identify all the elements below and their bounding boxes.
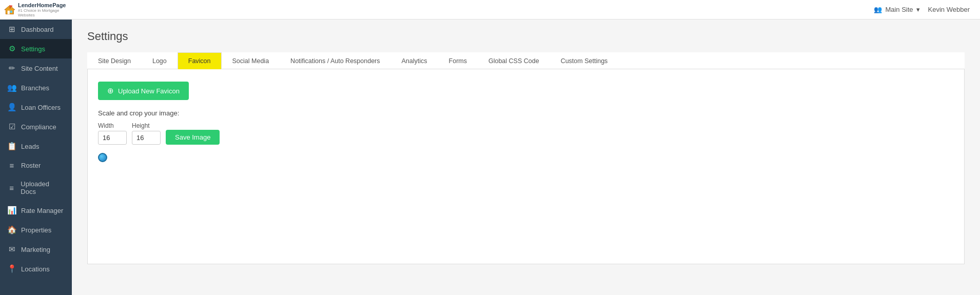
svg-rect-4 xyxy=(10,6,12,7)
sidebar: LenderHomePage #1 Choice in Mortgage Web… xyxy=(0,0,72,295)
sidebar-item-branches[interactable]: 👥 Branches xyxy=(0,78,72,97)
site-selector-label: Main Site xyxy=(885,6,913,13)
sidebar-label-marketing: Marketing xyxy=(21,246,50,253)
sidebar-item-properties[interactable]: 🏠 Properties xyxy=(0,220,72,240)
tab-logo[interactable]: Logo xyxy=(142,52,178,69)
logo-area: LenderHomePage #1 Choice in Mortgage Web… xyxy=(0,0,72,19)
locations-icon: 📍 xyxy=(7,264,16,273)
width-group: Width xyxy=(98,122,127,145)
properties-icon: 🏠 xyxy=(7,225,16,234)
leads-icon: 📋 xyxy=(7,142,16,151)
site-selector[interactable]: 👥 Main Site ▾ xyxy=(874,6,919,13)
sidebar-item-settings[interactable]: ⚙ Settings xyxy=(0,39,72,58)
tab-social-media[interactable]: Social Media xyxy=(222,52,280,69)
sidebar-label-dashboard: Dashboard xyxy=(21,26,54,33)
logo-icon xyxy=(4,3,16,17)
height-input[interactable] xyxy=(132,131,161,145)
sidebar-item-roster[interactable]: ≡ Roster xyxy=(0,156,72,175)
tab-custom-settings[interactable]: Custom Settings xyxy=(550,52,619,69)
upload-icon: ⊕ xyxy=(107,86,114,95)
sidebar-label-loan-officers: Loan Officers xyxy=(21,104,61,111)
tab-notifications[interactable]: Notifications / Auto Responders xyxy=(280,52,390,69)
tab-favicon[interactable]: Favicon xyxy=(178,52,222,69)
tab-site-design[interactable]: Site Design xyxy=(87,52,142,69)
width-input[interactable] xyxy=(98,131,127,145)
favicon-content-panel: ⊕ Upload New Favicon Scale and crop your… xyxy=(87,69,965,264)
svg-rect-1 xyxy=(8,11,10,14)
loan-officers-icon: 👤 xyxy=(7,103,16,112)
sidebar-item-leads[interactable]: 📋 Leads xyxy=(0,136,72,156)
scale-instruction: Scale and crop your image: xyxy=(98,109,954,117)
site-content-icon: ✏ xyxy=(7,64,16,73)
sidebar-label-compliance: Compliance xyxy=(21,123,56,131)
site-selector-icon: 👥 xyxy=(874,6,882,13)
branches-icon: 👥 xyxy=(7,83,16,92)
favicon-preview xyxy=(98,153,108,163)
sidebar-label-uploaded-docs: Uploaded Docs xyxy=(21,180,65,195)
sidebar-label-locations: Locations xyxy=(21,265,50,273)
sidebar-label-rate-manager: Rate Manager xyxy=(21,207,63,214)
sidebar-item-site-content[interactable]: ✏ Site Content xyxy=(0,58,72,78)
svg-rect-2 xyxy=(10,11,12,13)
height-group: Height xyxy=(132,122,161,145)
sidebar-item-rate-manager[interactable]: 📊 Rate Manager xyxy=(0,201,72,220)
rate-manager-icon: 📊 xyxy=(7,206,16,215)
topbar-user[interactable]: Kevin Webber xyxy=(928,6,970,13)
upload-favicon-label: Upload New Favicon xyxy=(118,87,180,95)
sidebar-label-site-content: Site Content xyxy=(21,65,58,72)
sidebar-item-compliance[interactable]: ☑ Compliance xyxy=(0,117,72,136)
topbar: 👥 Main Site ▾ Kevin Webber xyxy=(72,0,980,19)
sidebar-item-uploaded-docs[interactable]: ≡ Uploaded Docs xyxy=(0,175,72,201)
site-selector-dropdown-icon: ▾ xyxy=(916,6,920,13)
width-label: Width xyxy=(98,122,127,129)
sidebar-item-dashboard[interactable]: ⊞ Dashboard xyxy=(0,19,72,39)
settings-tabs: Site Design Logo Favicon Social Media No… xyxy=(87,52,965,69)
sidebar-item-locations[interactable]: 📍 Locations xyxy=(0,259,72,279)
dashboard-icon: ⊞ xyxy=(7,25,16,34)
settings-icon: ⚙ xyxy=(7,44,16,53)
sidebar-label-settings: Settings xyxy=(21,45,45,53)
tab-global-css[interactable]: Global CSS Code xyxy=(478,52,550,69)
upload-favicon-button[interactable]: ⊕ Upload New Favicon xyxy=(98,82,189,100)
sidebar-item-loan-officers[interactable]: 👤 Loan Officers xyxy=(0,97,72,117)
globe-icon xyxy=(98,153,107,162)
tab-forms[interactable]: Forms xyxy=(438,52,478,69)
logo-text: LenderHomePage xyxy=(18,2,68,8)
save-image-button[interactable]: Save Image xyxy=(166,130,220,145)
page-title: Settings xyxy=(87,30,965,43)
dimension-row: Width Height Save Image xyxy=(98,122,954,145)
uploaded-docs-icon: ≡ xyxy=(7,184,16,192)
sidebar-item-marketing[interactable]: ✉ Marketing xyxy=(0,240,72,259)
main-content: Settings Site Design Logo Favicon Social… xyxy=(72,19,980,295)
sidebar-label-roster: Roster xyxy=(21,162,41,169)
sidebar-label-branches: Branches xyxy=(21,84,49,92)
marketing-icon: ✉ xyxy=(7,245,16,254)
tab-analytics[interactable]: Analytics xyxy=(391,52,438,69)
sidebar-label-leads: Leads xyxy=(21,143,39,150)
compliance-icon: ☑ xyxy=(7,122,16,131)
roster-icon: ≡ xyxy=(7,161,16,170)
height-label: Height xyxy=(132,122,161,129)
sidebar-label-properties: Properties xyxy=(21,226,51,234)
logo-tagline: #1 Choice in Mortgage Websites xyxy=(18,8,68,17)
